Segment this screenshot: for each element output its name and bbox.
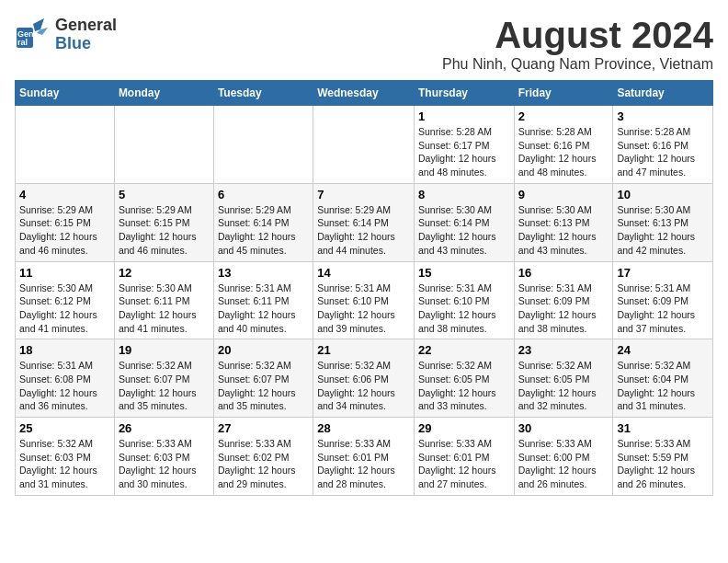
col-header-friday: Friday — [514, 81, 613, 106]
day-number: 3 — [617, 109, 709, 123]
week-row-1: 1Sunrise: 5:28 AM Sunset: 6:17 PM Daylig… — [16, 106, 713, 184]
day-cell: 9Sunrise: 5:30 AM Sunset: 6:13 PM Daylig… — [514, 183, 613, 261]
day-cell: 10Sunrise: 5:30 AM Sunset: 6:13 PM Dayli… — [613, 183, 713, 261]
day-info: Sunrise: 5:32 AM Sunset: 6:05 PM Dayligh… — [418, 359, 510, 413]
day-number: 4 — [19, 188, 110, 201]
day-info: Sunrise: 5:30 AM Sunset: 6:11 PM Dayligh… — [119, 282, 210, 336]
day-number: 15 — [418, 266, 510, 280]
day-cell: 4Sunrise: 5:29 AM Sunset: 6:15 PM Daylig… — [16, 183, 115, 261]
day-cell: 11Sunrise: 5:30 AM Sunset: 6:12 PM Dayli… — [16, 261, 115, 339]
day-cell: 24Sunrise: 5:32 AM Sunset: 6:04 PM Dayli… — [613, 339, 713, 418]
day-cell: 15Sunrise: 5:31 AM Sunset: 6:10 PM Dayli… — [414, 261, 514, 339]
col-header-tuesday: Tuesday — [213, 81, 313, 106]
calendar-table: SundayMondayTuesdayWednesdayThursdayFrid… — [15, 80, 713, 496]
day-cell: 29Sunrise: 5:33 AM Sunset: 6:01 PM Dayli… — [414, 418, 514, 496]
day-number: 31 — [617, 421, 709, 435]
day-cell: 7Sunrise: 5:29 AM Sunset: 6:14 PM Daylig… — [313, 183, 415, 261]
day-info: Sunrise: 5:32 AM Sunset: 6:04 PM Dayligh… — [617, 359, 709, 413]
day-cell: 30Sunrise: 5:33 AM Sunset: 6:00 PM Dayli… — [514, 418, 613, 496]
day-info: Sunrise: 5:32 AM Sunset: 6:07 PM Dayligh… — [218, 359, 309, 413]
day-info: Sunrise: 5:28 AM Sunset: 6:17 PM Dayligh… — [418, 125, 510, 179]
day-info: Sunrise: 5:31 AM Sunset: 6:09 PM Dayligh… — [617, 282, 709, 336]
day-cell: 3Sunrise: 5:28 AM Sunset: 6:16 PM Daylig… — [613, 106, 713, 184]
day-number: 19 — [119, 343, 210, 357]
col-header-saturday: Saturday — [613, 81, 713, 106]
day-info: Sunrise: 5:31 AM Sunset: 6:09 PM Dayligh… — [518, 282, 609, 336]
day-number: 26 — [119, 421, 210, 435]
day-number: 8 — [418, 188, 510, 201]
day-number: 11 — [19, 266, 110, 280]
day-number: 23 — [518, 343, 609, 357]
day-number: 27 — [218, 421, 309, 435]
day-cell: 17Sunrise: 5:31 AM Sunset: 6:09 PM Dayli… — [613, 261, 713, 339]
day-number: 22 — [418, 343, 510, 357]
logo-line2: Blue — [55, 35, 117, 53]
day-number: 16 — [518, 266, 609, 280]
week-row-2: 4Sunrise: 5:29 AM Sunset: 6:15 PM Daylig… — [16, 183, 713, 261]
day-cell: 20Sunrise: 5:32 AM Sunset: 6:07 PM Dayli… — [213, 339, 313, 418]
day-cell — [16, 106, 115, 184]
day-number: 21 — [317, 343, 410, 357]
col-header-thursday: Thursday — [414, 81, 514, 106]
day-cell: 18Sunrise: 5:31 AM Sunset: 6:08 PM Dayli… — [16, 339, 115, 418]
day-info: Sunrise: 5:33 AM Sunset: 5:59 PM Dayligh… — [617, 437, 709, 491]
day-cell: 5Sunrise: 5:29 AM Sunset: 6:15 PM Daylig… — [114, 183, 213, 261]
day-info: Sunrise: 5:29 AM Sunset: 6:14 PM Dayligh… — [317, 203, 410, 258]
day-info: Sunrise: 5:33 AM Sunset: 6:03 PM Dayligh… — [119, 437, 210, 491]
day-cell: 23Sunrise: 5:32 AM Sunset: 6:05 PM Dayli… — [514, 339, 613, 418]
day-number: 29 — [418, 421, 510, 435]
day-cell: 16Sunrise: 5:31 AM Sunset: 6:09 PM Dayli… — [514, 261, 613, 339]
day-cell: 1Sunrise: 5:28 AM Sunset: 6:17 PM Daylig… — [414, 106, 514, 184]
col-header-wednesday: Wednesday — [313, 81, 415, 106]
day-number: 28 — [317, 421, 410, 435]
day-cell: 14Sunrise: 5:31 AM Sunset: 6:10 PM Dayli… — [313, 261, 415, 339]
week-row-3: 11Sunrise: 5:30 AM Sunset: 6:12 PM Dayli… — [16, 261, 713, 339]
day-number: 6 — [218, 188, 309, 201]
day-cell: 25Sunrise: 5:32 AM Sunset: 6:03 PM Dayli… — [16, 418, 115, 496]
day-info: Sunrise: 5:31 AM Sunset: 6:08 PM Dayligh… — [19, 359, 110, 413]
day-number: 20 — [218, 343, 309, 357]
day-info: Sunrise: 5:30 AM Sunset: 6:13 PM Dayligh… — [617, 203, 709, 258]
day-number: 9 — [518, 188, 609, 201]
day-cell: 6Sunrise: 5:29 AM Sunset: 6:14 PM Daylig… — [213, 183, 313, 261]
day-cell: 31Sunrise: 5:33 AM Sunset: 5:59 PM Dayli… — [613, 418, 713, 496]
day-info: Sunrise: 5:32 AM Sunset: 6:06 PM Dayligh… — [317, 359, 410, 413]
week-row-4: 18Sunrise: 5:31 AM Sunset: 6:08 PM Dayli… — [16, 339, 713, 418]
day-info: Sunrise: 5:30 AM Sunset: 6:13 PM Dayligh… — [518, 203, 609, 258]
day-info: Sunrise: 5:32 AM Sunset: 6:03 PM Dayligh… — [19, 437, 110, 491]
day-number: 5 — [119, 188, 210, 201]
day-number: 25 — [19, 421, 110, 435]
col-header-sunday: Sunday — [16, 81, 115, 106]
week-row-5: 25Sunrise: 5:32 AM Sunset: 6:03 PM Dayli… — [16, 418, 713, 496]
day-number: 14 — [317, 266, 410, 280]
day-cell: 28Sunrise: 5:33 AM Sunset: 6:01 PM Dayli… — [313, 418, 415, 496]
day-cell — [313, 106, 415, 184]
col-header-monday: Monday — [114, 81, 213, 106]
day-info: Sunrise: 5:30 AM Sunset: 6:12 PM Dayligh… — [19, 282, 110, 336]
day-cell — [213, 106, 313, 184]
header: Gene ral General Blue August 2024 Phu Ni… — [15, 15, 713, 73]
day-number: 10 — [617, 188, 709, 201]
day-info: Sunrise: 5:29 AM Sunset: 6:15 PM Dayligh… — [119, 203, 210, 258]
header-row: SundayMondayTuesdayWednesdayThursdayFrid… — [16, 81, 713, 106]
day-info: Sunrise: 5:30 AM Sunset: 6:14 PM Dayligh… — [418, 203, 510, 258]
day-number: 24 — [617, 343, 709, 357]
day-info: Sunrise: 5:29 AM Sunset: 6:14 PM Dayligh… — [218, 203, 309, 258]
day-number: 13 — [218, 266, 309, 280]
svg-text:ral: ral — [17, 38, 28, 47]
day-info: Sunrise: 5:29 AM Sunset: 6:15 PM Dayligh… — [19, 203, 110, 258]
day-cell: 27Sunrise: 5:33 AM Sunset: 6:02 PM Dayli… — [213, 418, 313, 496]
day-info: Sunrise: 5:32 AM Sunset: 6:05 PM Dayligh… — [518, 359, 609, 413]
logo: Gene ral General Blue — [15, 15, 117, 55]
day-info: Sunrise: 5:31 AM Sunset: 6:10 PM Dayligh… — [317, 282, 410, 336]
day-cell: 2Sunrise: 5:28 AM Sunset: 6:16 PM Daylig… — [514, 106, 613, 184]
day-cell: 19Sunrise: 5:32 AM Sunset: 6:07 PM Dayli… — [114, 339, 213, 418]
day-cell: 21Sunrise: 5:32 AM Sunset: 6:06 PM Dayli… — [313, 339, 415, 418]
day-number: 7 — [317, 188, 410, 201]
title-area: August 2024 Phu Ninh, Quang Nam Province… — [442, 15, 713, 73]
day-cell: 26Sunrise: 5:33 AM Sunset: 6:03 PM Dayli… — [114, 418, 213, 496]
day-cell: 8Sunrise: 5:30 AM Sunset: 6:14 PM Daylig… — [414, 183, 514, 261]
day-info: Sunrise: 5:33 AM Sunset: 6:02 PM Dayligh… — [218, 437, 309, 491]
day-info: Sunrise: 5:32 AM Sunset: 6:07 PM Dayligh… — [119, 359, 210, 413]
day-number: 1 — [418, 109, 510, 123]
